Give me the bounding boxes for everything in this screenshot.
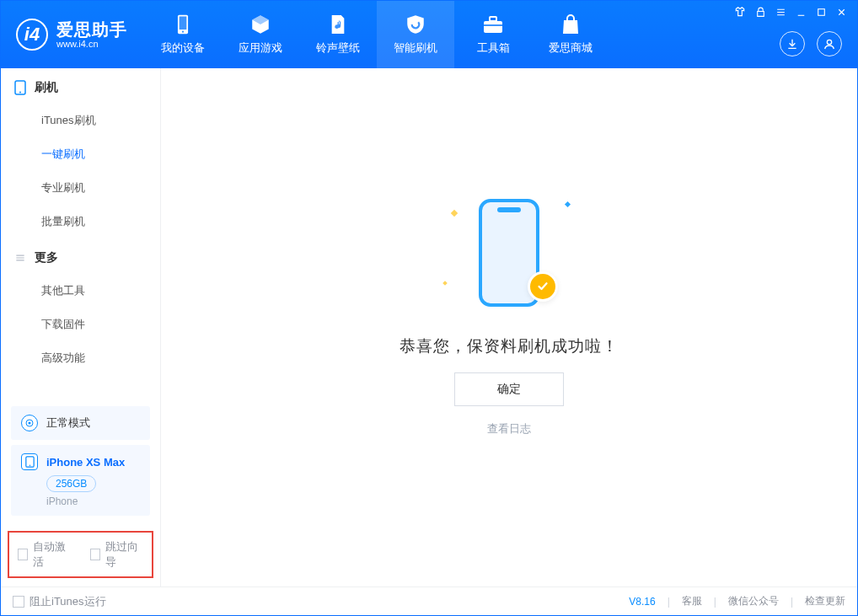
- mode-icon: [21, 415, 38, 431]
- nav-ring-wallpaper[interactable]: 铃声壁纸: [299, 1, 377, 68]
- device-icon: [21, 453, 38, 470]
- menu-icon[interactable]: [775, 6, 786, 18]
- shirt-icon[interactable]: [734, 6, 746, 18]
- separator: |: [791, 596, 793, 608]
- phone-outline-icon: [14, 80, 26, 95]
- sparkle-icon: [442, 281, 448, 286]
- user-icon[interactable]: [817, 31, 842, 56]
- lock-icon[interactable]: [754, 6, 766, 18]
- close-icon[interactable]: [835, 6, 847, 18]
- main-content: 恭喜您，保资料刷机成功啦！ 确定 查看日志: [161, 68, 857, 587]
- header-right: [780, 31, 842, 56]
- nav-store[interactable]: 爱思商城: [532, 1, 609, 68]
- sidebar-item-download-firmware[interactable]: 下载固件: [1, 308, 160, 341]
- window-controls: [734, 6, 847, 18]
- flash-options-highlight: 自动激活 跳过向导: [8, 531, 153, 578]
- checkbox-box-icon: [13, 596, 24, 608]
- sidebar-group-more: 更多: [1, 238, 160, 274]
- svg-rect-0: [818, 8, 824, 15]
- nav-label: 智能刷机: [394, 40, 437, 56]
- sidebar-item-oneclick-flash[interactable]: 一键刷机: [1, 137, 160, 171]
- mode-label: 正常模式: [46, 415, 90, 431]
- hamburger-icon: [14, 252, 26, 264]
- success-message: 恭喜您，保资料刷机成功啦！: [400, 335, 619, 357]
- toolbox-icon: [482, 13, 504, 35]
- svg-point-13: [29, 465, 30, 467]
- sidebar-group-flash: 刷机: [1, 68, 160, 104]
- checkbox-box-icon: [90, 549, 100, 560]
- support-link[interactable]: 客服: [682, 594, 702, 608]
- separator: |: [668, 596, 670, 608]
- music-file-icon: [327, 13, 349, 35]
- nav-label: 铃声壁纸: [316, 40, 360, 56]
- sidebar-group-title: 刷机: [35, 80, 58, 95]
- shield-refresh-icon: [405, 13, 426, 35]
- sidebar-item-other-tools[interactable]: 其他工具: [1, 274, 160, 308]
- nav-toolbox[interactable]: 工具箱: [454, 1, 532, 68]
- svg-point-7: [827, 40, 831, 44]
- nav-label: 我的设备: [161, 40, 205, 56]
- sidebar-group-title: 更多: [35, 250, 58, 265]
- svg-rect-5: [490, 17, 496, 21]
- checkbox-label: 阻止iTunes运行: [29, 594, 106, 609]
- checkbox-block-itunes[interactable]: 阻止iTunes运行: [13, 594, 106, 609]
- minimize-icon[interactable]: [795, 6, 807, 18]
- check-badge-icon: [528, 271, 558, 302]
- nav-apps-games[interactable]: 应用游戏: [222, 1, 299, 68]
- check-update-link[interactable]: 检查更新: [805, 594, 845, 608]
- header: i4 爱思助手 www.i4.cn 我的设备 应用游戏 铃声壁纸 智能刷机: [1, 1, 857, 68]
- download-icon[interactable]: [780, 31, 805, 56]
- success-panel: 恭喜您，保资料刷机成功啦！ 确定 查看日志: [400, 185, 619, 437]
- body: 刷机 iTunes刷机 一键刷机 专业刷机 批量刷机 更多 其他工具 下载固件 …: [1, 68, 857, 587]
- sparkle-icon: [565, 201, 571, 206]
- version-label: V8.16: [629, 596, 655, 608]
- svg-point-9: [19, 92, 21, 94]
- maximize-icon[interactable]: [815, 6, 827, 18]
- top-nav: 我的设备 应用游戏 铃声壁纸 智能刷机 工具箱 爱思商城: [144, 1, 609, 68]
- cube-icon: [249, 13, 271, 35]
- checkbox-box-icon: [18, 549, 28, 560]
- device-card[interactable]: iPhone XS Max 256GB iPhone: [11, 445, 150, 516]
- nav-label: 应用游戏: [239, 40, 282, 56]
- nav-label: 爱思商城: [549, 40, 593, 56]
- device-storage: 256GB: [46, 475, 96, 492]
- separator: |: [714, 596, 716, 608]
- device-name: iPhone XS Max: [46, 456, 125, 469]
- sidebar: 刷机 iTunes刷机 一键刷机 专业刷机 批量刷机 更多 其他工具 下载固件 …: [1, 68, 161, 587]
- brand-logo: i4 爱思助手 www.i4.cn: [1, 1, 144, 68]
- sidebar-item-batch-flash[interactable]: 批量刷机: [1, 205, 160, 238]
- mode-card[interactable]: 正常模式: [11, 406, 150, 440]
- checkbox-label: 自动激活: [33, 539, 71, 570]
- phone-icon: [172, 13, 194, 35]
- nav-label: 工具箱: [477, 40, 510, 56]
- svg-rect-6: [484, 24, 502, 26]
- checkbox-label: 跳过向导: [105, 539, 143, 570]
- device-type: iPhone: [46, 495, 140, 507]
- brand-url: www.i4.cn: [56, 39, 127, 49]
- sparkle-icon: [451, 209, 458, 216]
- wechat-link[interactable]: 微信公众号: [728, 594, 779, 608]
- sidebar-item-itunes-flash[interactable]: iTunes刷机: [1, 104, 160, 137]
- svg-rect-2: [180, 16, 187, 29]
- svg-rect-4: [484, 21, 502, 33]
- app-window: i4 爱思助手 www.i4.cn 我的设备 应用游戏 铃声壁纸 智能刷机: [0, 0, 858, 616]
- sidebar-item-pro-flash[interactable]: 专业刷机: [1, 171, 160, 205]
- sidebar-item-advanced[interactable]: 高级功能: [1, 341, 160, 375]
- svg-point-11: [29, 422, 31, 425]
- brand-name: 爱思助手: [56, 20, 127, 39]
- svg-point-3: [182, 31, 184, 33]
- shopping-bag-icon: [560, 13, 582, 35]
- nav-smart-flash[interactable]: 智能刷机: [377, 1, 454, 68]
- view-log-link[interactable]: 查看日志: [487, 421, 531, 437]
- success-illustration: [433, 185, 585, 320]
- ok-button[interactable]: 确定: [454, 372, 564, 406]
- logo-badge-icon: i4: [16, 19, 48, 51]
- checkbox-auto-activate[interactable]: 自动激活: [18, 539, 72, 570]
- nav-my-device[interactable]: 我的设备: [144, 1, 222, 68]
- footer: 阻止iTunes运行 V8.16 | 客服 | 微信公众号 | 检查更新: [1, 587, 857, 615]
- checkbox-skip-guide[interactable]: 跳过向导: [90, 539, 144, 570]
